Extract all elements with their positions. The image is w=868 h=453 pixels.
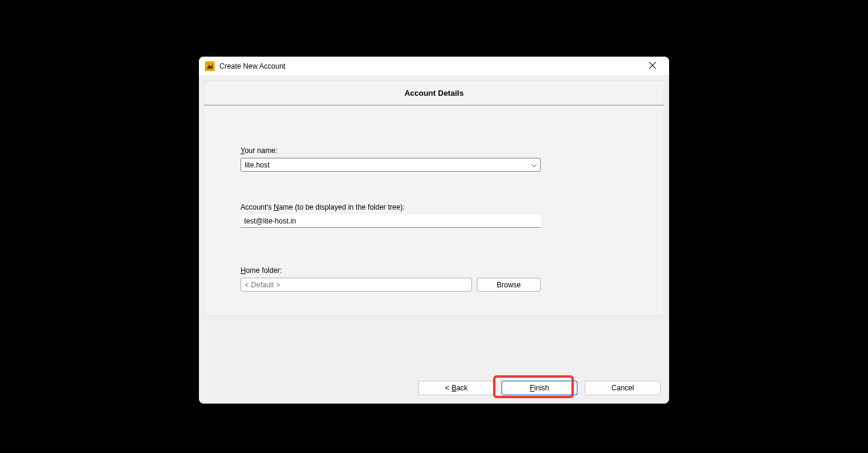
home-folder-input[interactable] xyxy=(241,278,472,292)
window-title: Create New Account xyxy=(219,62,640,70)
dialog-footer: < Back Finish Cancel xyxy=(199,316,669,404)
browse-button[interactable]: Browse xyxy=(477,278,541,292)
content-panel: Account Details Your name: Account's Nam… xyxy=(204,81,664,316)
home-folder-label: Home folder: xyxy=(241,266,627,275)
finish-button[interactable]: Finish xyxy=(502,381,577,395)
your-name-input[interactable] xyxy=(241,158,541,172)
close-button[interactable] xyxy=(640,58,664,75)
cancel-button[interactable]: Cancel xyxy=(585,381,661,395)
close-icon xyxy=(649,62,656,70)
back-button[interactable]: < Back xyxy=(418,381,494,395)
titlebar: Create New Account xyxy=(199,57,669,76)
home-folder-field: Home folder: Browse xyxy=(241,266,627,292)
section-heading: Account Details xyxy=(204,81,664,105)
app-icon xyxy=(205,61,215,71)
form-area: Your name: Account's Name (to be display… xyxy=(204,146,664,316)
back-arrow-icon: < xyxy=(445,384,449,392)
your-name-label: Your name: xyxy=(241,146,627,155)
account-name-label: Account's Name (to be displayed in the f… xyxy=(241,203,627,211)
your-name-field: Your name: xyxy=(241,146,627,172)
account-name-field: Account's Name (to be displayed in the f… xyxy=(241,203,627,228)
create-account-dialog: Create New Account Account Details Your … xyxy=(199,57,669,404)
account-name-input[interactable] xyxy=(241,214,541,228)
your-name-combo[interactable] xyxy=(241,158,541,172)
